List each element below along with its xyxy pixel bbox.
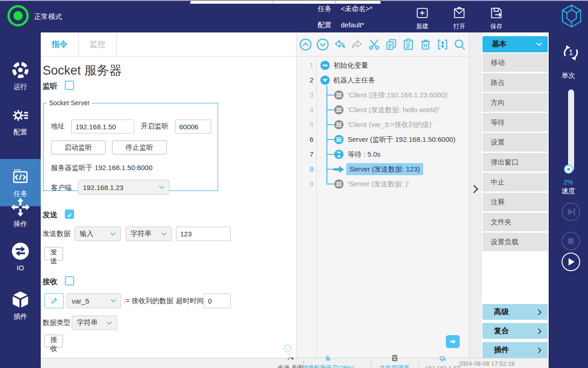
info-icon[interactable] (283, 344, 292, 353)
tree-row-5[interactable]: 5'Client (var_3:=接收到的值)' (297, 117, 469, 132)
redo-button[interactable] (350, 38, 363, 51)
expand-button[interactable] (316, 38, 329, 51)
category-group-3[interactable]: 插件 (482, 342, 548, 358)
category-item-10[interactable]: 设置负载 (482, 233, 548, 251)
sidebar-item-plugin[interactable]: 插件 (0, 300, 41, 311)
category-group-1[interactable]: 高级 (482, 304, 548, 320)
tree-row-9[interactable]: 9'Server (发送数据: )' (297, 177, 469, 191)
category-item-5[interactable]: 设置 (482, 133, 548, 152)
sidebar-item-io[interactable]: IO (0, 251, 41, 261)
tree-row-4[interactable]: 4'Client (发送数据: hello world)' (297, 102, 469, 117)
tree-row-7[interactable]: 7等待 : 5.0s (297, 147, 469, 162)
robot-ip-status: 192.168.1.50 (422, 358, 463, 368)
listen-checkbox[interactable] (65, 81, 74, 90)
start-listen-button[interactable]: 启动监听 (51, 140, 106, 154)
tree-row-3[interactable]: 3'Client (连接:192.168.1.23:6000)' (297, 88, 469, 102)
send-type-select[interactable]: 字符串 (125, 227, 172, 241)
tree-row-text: 'Client (发送数据: hello world)' (348, 102, 439, 117)
chevron-down-icon (110, 232, 116, 236)
stop-button[interactable] (562, 232, 580, 250)
stop-icon (563, 233, 579, 249)
step-forward-button[interactable] (562, 203, 580, 221)
category-item-3[interactable]: 方向 (482, 93, 548, 112)
copy-button[interactable] (385, 38, 398, 51)
sidebar-item-label: 操作 (13, 220, 27, 228)
new-button[interactable]: 新建 (411, 6, 433, 31)
client-label: 客户端 (51, 183, 72, 192)
send-source-select[interactable]: 输入 (75, 227, 121, 241)
tree-row-8[interactable]: 8Server (发送数据: 123) (297, 162, 469, 177)
speed-slider-thumb[interactable] (565, 165, 572, 173)
category-item-8[interactable]: 注释 (482, 193, 548, 211)
line-number: 2 (297, 73, 313, 88)
receive-variable-value: var_5 (72, 297, 89, 305)
category-item-7[interactable]: 中止 (482, 173, 548, 191)
tree-row-2[interactable]: 2机器人主任务 (297, 73, 469, 88)
save-button[interactable]: 保存 (485, 6, 507, 31)
category-item-4[interactable]: 等待 (482, 113, 548, 132)
task-icon (10, 167, 31, 187)
tree-row-1[interactable]: 1初始化变量 (297, 58, 469, 73)
send-button[interactable]: 发送 (44, 247, 63, 260)
scroll-to-active-button[interactable] (446, 335, 460, 348)
receive-button[interactable]: 接收 (44, 335, 63, 348)
category-item-1[interactable]: 移动 (482, 53, 548, 72)
sidebar-item-run[interactable]: 运行 (0, 70, 41, 81)
undo-button[interactable] (333, 38, 346, 51)
receive-checkbox[interactable] (65, 276, 74, 286)
search-button[interactable] (453, 38, 466, 51)
port-input[interactable] (175, 120, 211, 133)
line-number: 8 (297, 162, 313, 177)
app-screen: 正常模式 任务<未命名>* 配置default* 新建打开保存 AA45 运行配… (0, 0, 588, 368)
tree-row-6[interactable]: 6Server (监听于 192.168.1.50:6000) (297, 132, 469, 147)
delete-button[interactable] (419, 38, 432, 51)
category-item-6[interactable]: 弹出窗口 (482, 153, 548, 171)
speed-slider-track[interactable] (568, 89, 574, 171)
paste-button[interactable] (402, 38, 415, 51)
single-run-icon[interactable]: 1 (561, 43, 581, 63)
datatype-select[interactable]: 字符串 (72, 316, 117, 330)
chevron-down-icon (111, 299, 116, 303)
tree-row-text: 'Client (连接:192.168.1.23:6000)' (348, 88, 449, 102)
step-status-text: 步进 关闭 (277, 364, 303, 368)
tab-monitor[interactable]: 监控 (79, 32, 117, 56)
client-select[interactable]: 192.168.1.23 (78, 180, 169, 195)
collapse-button[interactable] (299, 38, 312, 51)
panel-expand-strip (469, 32, 482, 358)
expand-panel-chevron-icon[interactable] (473, 184, 479, 194)
address-input[interactable] (71, 120, 134, 133)
send-checkbox[interactable] (65, 209, 74, 219)
sidebar-item-label: 运行 (13, 82, 27, 91)
task-label: 任务 (318, 5, 332, 13)
panel-tabs: 指令监控 (41, 32, 296, 57)
save-label: 保存 (490, 22, 502, 31)
sidebar-item-operate[interactable]: 操作 (0, 208, 41, 218)
tab-instruction[interactable]: 指令 (41, 32, 79, 56)
insert-button[interactable] (436, 38, 449, 51)
category-group-label: 高级 (494, 307, 509, 317)
timeout-input[interactable] (204, 293, 231, 308)
file-manager-button[interactable]: 文件管理器 (374, 358, 415, 368)
file-manager-label: 文件管理器 (380, 364, 410, 368)
node-arrow-icon (333, 165, 345, 174)
page-title: Socket 服务器 (43, 62, 122, 79)
category-group-2[interactable]: 复合 (482, 323, 548, 339)
mode-indicator-icon[interactable] (7, 5, 29, 26)
collision-status[interactable]: 碰撞检测开启(28%) (307, 358, 348, 368)
receive-variable-select[interactable]: var_5 (67, 293, 121, 308)
category-basic-header[interactable]: 基本 (482, 36, 548, 52)
play-button[interactable] (562, 253, 580, 271)
tree-toolbar (297, 32, 469, 57)
sidebar-item-config[interactable]: 配置 (0, 116, 41, 126)
category-item-2[interactable]: 路点 (482, 73, 548, 92)
stop-listen-button[interactable]: 停止监听 (112, 140, 167, 154)
category-item-9[interactable]: 文件夹 (482, 213, 548, 231)
tree-row-text: Server (监听于 192.168.1.50:6000) (348, 132, 456, 147)
open-button[interactable]: 打开 (448, 6, 470, 31)
new-label: 新建 (416, 22, 428, 31)
cut-button[interactable] (368, 38, 381, 51)
node-collapse-icon (320, 75, 330, 85)
send-payload-input[interactable] (176, 227, 231, 241)
edit-variable-button[interactable] (44, 293, 64, 308)
send-source-value: 输入 (80, 229, 94, 238)
